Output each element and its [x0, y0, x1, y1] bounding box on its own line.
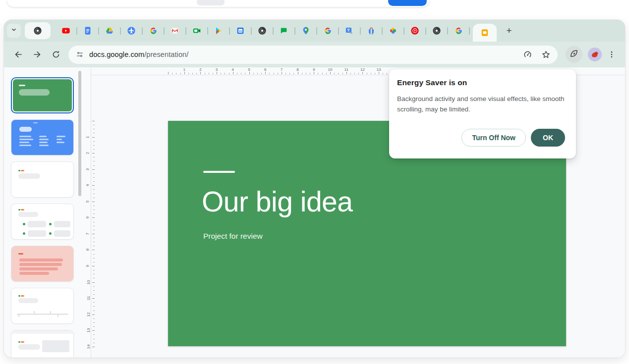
pinned-tab-browser-logo-icon[interactable]	[258, 26, 267, 35]
new-tab-button[interactable]: +	[503, 24, 515, 37]
pinned-tab-travel-luggage-icon[interactable]	[367, 26, 376, 35]
tab-separator	[207, 27, 208, 35]
performance-gauge-icon[interactable]	[523, 50, 532, 59]
tab-separator	[142, 27, 143, 35]
bookmark-star-icon[interactable]	[541, 50, 551, 59]
h-ruler-number: 4	[232, 67, 234, 72]
pinned-tab-google-play-icon[interactable]	[214, 26, 223, 35]
pinned-tab-browser-logo-icon[interactable]	[432, 26, 441, 35]
background-window-fragment	[7, 0, 429, 7]
h-ruler-number: 13	[377, 67, 381, 72]
browser-toolbar: docs.google.com/presentation/	[4, 42, 625, 67]
background-dialog-blue-button[interactable]	[388, 0, 427, 6]
h-ruler-number: 7	[281, 67, 283, 72]
slide-subtitle[interactable]: Project for review	[203, 232, 263, 241]
pinned-tabs: 31	[56, 20, 470, 42]
horizontal-ruler: 12345678910111213	[165, 67, 394, 75]
v-ruler-number: 10	[86, 280, 91, 284]
pinned-tab-google-calendar-icon[interactable]: 31	[236, 26, 245, 35]
pinned-tab-youtube-icon[interactable]	[61, 26, 70, 35]
browser-tab[interactable]	[25, 22, 51, 39]
energy-saver-button[interactable]	[566, 46, 582, 63]
pinned-tab-gmail-icon[interactable]	[171, 26, 179, 35]
profile-avatar[interactable]	[587, 47, 602, 62]
tab-separator	[360, 27, 361, 35]
slide-thumbnail-3[interactable]	[11, 161, 74, 198]
slide-accent-dash	[203, 171, 235, 173]
pinned-tab-google-search-icon[interactable]	[454, 26, 463, 35]
h-ruler-number: 6	[264, 67, 266, 72]
popup-body: Background activity and some visual effe…	[397, 94, 570, 115]
pinned-tab-google-search-icon[interactable]	[149, 26, 158, 35]
slide-thumbnail-6[interactable]	[11, 288, 74, 324]
tab-separator	[338, 27, 339, 35]
vertical-ruler: 1234567891011121314	[85, 121, 95, 350]
v-ruler-number: 8	[85, 249, 90, 251]
desktop-background: 31 + docs.google.com/presentation/	[0, 0, 629, 364]
pinned-tab-google-translate-icon[interactable]	[345, 26, 354, 35]
tab-google-slides-active[interactable]	[473, 24, 497, 42]
v-ruler-number: 6	[85, 216, 90, 218]
tab-separator	[382, 27, 383, 35]
pinned-tab-google-drive-icon[interactable]	[105, 26, 114, 35]
v-ruler-number: 11	[86, 296, 91, 300]
h-ruler-number: 8	[296, 67, 298, 72]
tab-separator	[447, 27, 448, 35]
popup-title: Energy Saver is on	[397, 78, 565, 87]
url-text: docs.google.com/presentation/	[89, 51, 188, 58]
pinned-tab-google-meet-icon[interactable]	[192, 26, 201, 35]
slide-thumbnail-4[interactable]	[11, 204, 74, 240]
tab-separator	[403, 27, 404, 35]
tab-separator	[164, 27, 165, 35]
h-ruler-number: 9	[313, 67, 315, 72]
slide-thumbnail-7[interactable]	[11, 330, 74, 358]
url-host: docs.google.com	[89, 51, 144, 58]
filmstrip-scrollbar[interactable]	[78, 71, 81, 196]
pinned-tab-google-maps-icon[interactable]	[301, 26, 310, 35]
v-ruler-number: 7	[85, 233, 90, 235]
tab-separator	[251, 27, 252, 35]
site-info-icon[interactable]	[75, 50, 84, 59]
turn-off-now-button[interactable]: Turn Off Now	[461, 129, 526, 147]
google-slides-icon	[480, 28, 489, 37]
tab-separator	[185, 27, 186, 35]
slide-thumbnail-2[interactable]	[11, 119, 74, 156]
v-ruler-number: 14	[86, 344, 91, 349]
tab-search-button[interactable]	[7, 24, 21, 38]
back-button[interactable]	[13, 49, 24, 60]
pinned-tab-google-chat-icon[interactable]	[280, 26, 288, 35]
browser-logo-icon	[33, 26, 42, 35]
h-ruler-number: 1	[183, 67, 185, 72]
h-ruler-number: 3	[216, 67, 218, 72]
background-dialog-gray-button[interactable]	[197, 0, 225, 5]
energy-saver-popup: Energy Saver is on Background activity a…	[389, 69, 576, 158]
h-ruler-number: 5	[248, 67, 250, 72]
reload-button[interactable]	[51, 49, 61, 60]
v-ruler-number: 2	[85, 152, 90, 154]
forward-button[interactable]	[32, 49, 43, 60]
pinned-tab-google-docs-icon[interactable]	[83, 26, 92, 35]
h-ruler-number: 10	[328, 67, 333, 72]
url-path: /presentation/	[144, 51, 188, 58]
chevron-down-icon	[10, 26, 18, 36]
tab-separator	[76, 27, 77, 35]
v-ruler-number: 5	[85, 201, 90, 203]
slide-thumbnail-5[interactable]	[11, 246, 74, 282]
tab-separator	[316, 27, 317, 35]
h-ruler-number: 2	[199, 67, 201, 72]
v-ruler-number: 9	[85, 265, 90, 267]
slide-thumbnail-1-selected[interactable]	[11, 77, 74, 113]
pinned-tab-google-travel-icon[interactable]	[127, 26, 136, 35]
address-bar[interactable]: docs.google.com/presentation/	[68, 46, 558, 64]
tab-strip: 31 +	[4, 20, 625, 42]
browser-menu-button[interactable]	[607, 50, 616, 59]
pinned-tab-google-search-icon[interactable]	[323, 26, 332, 35]
pinned-tab-youtube-music-icon[interactable]	[410, 26, 419, 35]
tab-separator	[469, 27, 470, 35]
ok-button[interactable]: OK	[531, 129, 565, 147]
slide-title[interactable]: Our big idea	[202, 185, 353, 218]
energy-saver-leaf-icon	[569, 49, 579, 60]
pinned-tab-google-photos-icon[interactable]	[389, 26, 398, 35]
tab-separator	[273, 27, 274, 35]
tab-separator	[425, 27, 426, 35]
